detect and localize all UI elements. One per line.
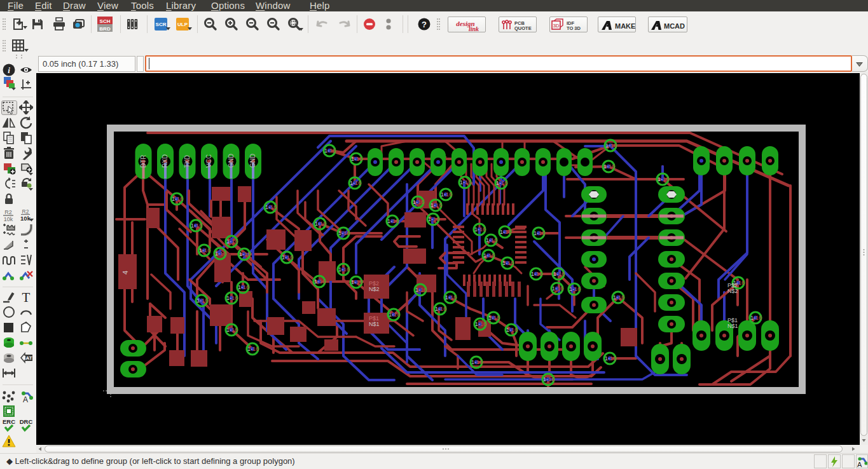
svg-text:1-16: 1-16 <box>435 306 446 312</box>
svg-text:1-16: 1-16 <box>475 321 486 327</box>
svg-text:1-16: 1-16 <box>196 297 208 304</box>
svg-text:1-16: 1-16 <box>387 218 399 224</box>
svg-text:QUOTE: QUOTE <box>514 25 532 31</box>
svg-text:1-16: 1-16 <box>238 284 249 290</box>
svg-text:1-16: 1-16 <box>226 238 238 245</box>
svg-text:1-16: 1-16 <box>315 221 326 227</box>
svg-text:1-16: 1-16 <box>350 180 361 186</box>
svg-text:1-16: 1-16 <box>351 279 362 285</box>
svg-text:1-16: 1-16 <box>488 315 500 321</box>
svg-text:1-16: 1-16 <box>172 196 183 202</box>
svg-text:BRD: BRD <box>99 26 111 32</box>
svg-text:ULP: ULP <box>177 22 188 27</box>
svg-text:VCC: VCC <box>205 154 212 168</box>
svg-text:SCH: SCH <box>100 18 111 24</box>
svg-text:i: i <box>8 65 10 75</box>
svg-text:1-16: 1-16 <box>613 294 624 301</box>
svg-text:DRC: DRC <box>20 419 33 425</box>
svg-text:1-16: 1-16 <box>474 226 486 233</box>
svg-text:1-16: 1-16 <box>431 202 442 208</box>
svg-text:GND: GND <box>249 154 256 168</box>
svg-text:1-16: 1-16 <box>506 327 518 333</box>
svg-text:1-16: 1-16 <box>239 251 251 257</box>
svg-text:1-16: 1-16 <box>445 294 457 301</box>
svg-text:1-16: 1-16 <box>483 252 495 259</box>
svg-text:1-16: 1-16 <box>496 180 507 186</box>
svg-text:1-16: 1-16 <box>338 266 350 273</box>
svg-text:TO 3D: TO 3D <box>567 25 581 31</box>
svg-text:1-16: 1-16 <box>413 199 424 205</box>
svg-text:R2: R2 <box>22 208 29 215</box>
svg-text:1-16: 1-16 <box>471 359 483 365</box>
svg-text:1-16: 1-16 <box>314 278 326 285</box>
svg-text:1-16: 1-16 <box>351 156 362 162</box>
svg-text:TXD: TXD <box>184 155 191 168</box>
svg-text:MCAD: MCAD <box>664 22 685 30</box>
svg-text:SCR: SCR <box>156 22 167 27</box>
svg-text:1-16: 1-16 <box>247 346 259 352</box>
svg-text:RXD: RXD <box>162 154 169 168</box>
svg-text:1-16: 1-16 <box>324 147 336 154</box>
svg-text:1-16: 1-16 <box>265 204 277 210</box>
svg-text:1-16: 1-16 <box>552 285 563 292</box>
svg-text:1-16: 1-16 <box>282 254 293 261</box>
svg-text:1-16: 1-16 <box>543 376 555 383</box>
svg-text:1-16: 1-16 <box>486 237 497 243</box>
svg-text:3D: 3D <box>553 23 559 29</box>
svg-text:1-16: 1-16 <box>605 355 616 362</box>
svg-text:GND: GND <box>228 154 235 168</box>
svg-text:N$1: N$1 <box>369 321 380 327</box>
svg-text:1-16: 1-16 <box>191 222 202 229</box>
svg-text:A: A <box>857 461 862 468</box>
svg-text:1-16: 1-16 <box>226 327 238 333</box>
svg-text:1-16: 1-16 <box>750 315 762 321</box>
svg-text:link: link <box>469 25 479 32</box>
svg-text:1-16: 1-16 <box>389 311 400 318</box>
svg-text:1-16: 1-16 <box>415 287 427 293</box>
svg-text:1-16: 1-16 <box>441 191 452 198</box>
svg-text:1-16: 1-16 <box>531 271 542 277</box>
svg-text:10k: 10k <box>4 216 13 222</box>
svg-text:?: ? <box>422 20 427 29</box>
svg-text:1-16: 1-16 <box>658 176 669 182</box>
svg-text:1-16: 1-16 <box>338 230 350 236</box>
svg-text:ERC: ERC <box>3 419 15 425</box>
svg-text:1-16: 1-16 <box>226 295 238 301</box>
svg-text:R2: R2 <box>4 209 12 215</box>
svg-text:1-16: 1-16 <box>500 229 511 235</box>
svg-text:N$2: N$2 <box>727 288 738 294</box>
svg-text:N$1: N$1 <box>727 323 738 329</box>
svg-text:4: 4 <box>121 271 129 275</box>
svg-text:1-16: 1-16 <box>428 216 439 222</box>
svg-text:1-16: 1-16 <box>534 230 545 236</box>
svg-text:A: A <box>23 395 28 403</box>
svg-text:1-16: 1-16 <box>569 286 581 292</box>
svg-text:N$2: N$2 <box>369 286 380 292</box>
svg-text:1-16: 1-16 <box>502 260 514 266</box>
svg-text:T: T <box>22 290 31 304</box>
svg-text:AT: AT <box>25 355 32 361</box>
svg-text:1-16: 1-16 <box>460 179 471 186</box>
svg-text:10k: 10k <box>20 215 31 222</box>
svg-text:1-16: 1-16 <box>605 142 617 149</box>
svg-text:1-16: 1-16 <box>215 250 226 257</box>
svg-text:DTR: DTR <box>140 154 147 168</box>
svg-text:MAKE: MAKE <box>615 22 635 30</box>
svg-text:1-16: 1-16 <box>553 271 565 277</box>
svg-text:1-16: 1-16 <box>603 163 615 170</box>
svg-text:1-16: 1-16 <box>199 247 210 254</box>
